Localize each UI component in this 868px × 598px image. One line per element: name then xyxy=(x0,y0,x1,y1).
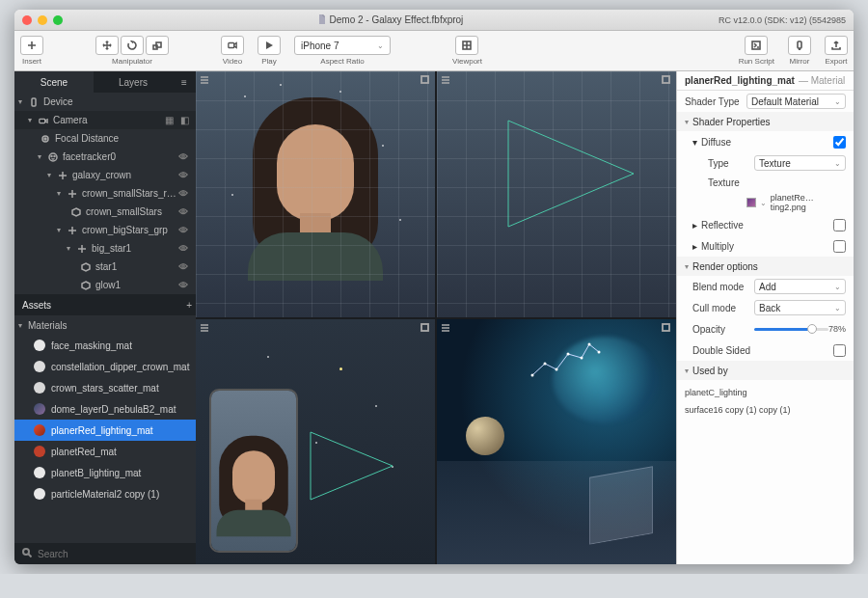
export-button[interactable] xyxy=(825,36,848,55)
close-window-icon[interactable] xyxy=(22,15,32,25)
chevron-down-icon: ⌄ xyxy=(834,283,841,291)
opacity-row: Opacity 78% xyxy=(677,318,854,340)
visibility-icon[interactable] xyxy=(178,171,192,180)
aspect-label: Aspect Ratio xyxy=(320,57,364,66)
visibility-icon[interactable] xyxy=(178,281,192,290)
add-asset-icon[interactable]: + xyxy=(186,300,192,311)
svg-marker-27 xyxy=(311,432,393,500)
material-item[interactable]: particleMaterial2 copy (1) xyxy=(14,483,196,504)
opacity-slider[interactable] xyxy=(754,328,828,331)
camera-toggle-2-icon[interactable]: ◧ xyxy=(176,115,192,125)
material-item[interactable]: planetB_lighting_mat xyxy=(14,462,196,483)
zoom-window-icon[interactable] xyxy=(53,15,63,25)
tree-focal-distance[interactable]: Focal Distance xyxy=(14,129,196,148)
tree-big-star1[interactable]: ▾ big_star1 xyxy=(14,239,196,258)
viewport-menu-icon[interactable] xyxy=(441,323,450,335)
diffuse-checkbox[interactable] xyxy=(833,136,846,149)
device-icon xyxy=(28,96,40,108)
shader-type-value: Default Material xyxy=(751,96,819,107)
viewport-menu-icon[interactable] xyxy=(441,75,450,87)
material-item[interactable]: crown_stars_scatter_mat xyxy=(14,377,196,398)
manipulator-scale-button[interactable] xyxy=(146,36,169,55)
used-by-item[interactable]: surface16 copy (1) copy (1) xyxy=(685,401,846,419)
texture-value: planetRe…ting2.png xyxy=(771,193,846,212)
materials-header[interactable]: ▾ Materials xyxy=(14,315,196,335)
tree-glow1[interactable]: glow1 xyxy=(14,276,196,294)
video-label: Video xyxy=(223,57,242,66)
play-button[interactable] xyxy=(258,36,281,55)
texture-value-row[interactable]: ⌄ planetRe…ting2.png xyxy=(677,191,854,214)
visibility-icon[interactable] xyxy=(178,262,192,272)
blend-select[interactable]: Add⌄ xyxy=(754,279,846,294)
search-input[interactable] xyxy=(38,549,188,559)
tree-galaxy-crown[interactable]: ▾ galaxy_crown xyxy=(14,166,196,184)
multiply-checkbox[interactable] xyxy=(833,240,846,253)
used-by-section[interactable]: ▾ Used by xyxy=(677,361,854,380)
mirror-button[interactable] xyxy=(788,36,811,55)
tree-star1[interactable]: star1 xyxy=(14,258,196,276)
device-select[interactable]: iPhone 7⌄ xyxy=(294,36,391,55)
insert-button[interactable] xyxy=(20,36,43,55)
visibility-icon[interactable] xyxy=(178,226,192,235)
viewport-bottom-right[interactable] xyxy=(437,319,676,565)
tree-camera-label: Camera xyxy=(53,115,161,125)
maximize-icon[interactable] xyxy=(662,75,670,86)
document-icon xyxy=(318,14,326,26)
double-sided-checkbox[interactable] xyxy=(833,344,846,357)
mesh-icon xyxy=(80,261,92,273)
tree-facetracker[interactable]: ▾ facetracker0 xyxy=(14,148,196,166)
maximize-icon[interactable] xyxy=(662,323,670,334)
viewport-button[interactable] xyxy=(455,36,478,55)
video-button[interactable] xyxy=(221,36,244,55)
visibility-icon[interactable] xyxy=(178,244,192,254)
type-select[interactable]: Texture⌄ xyxy=(754,155,846,171)
visibility-icon[interactable] xyxy=(178,207,192,217)
null-icon xyxy=(67,188,78,200)
cull-select[interactable]: Back⌄ xyxy=(754,300,846,315)
run-script-button[interactable] xyxy=(745,36,768,55)
shader-type-select[interactable]: Default Material⌄ xyxy=(746,94,846,109)
manipulator-rotate-button[interactable] xyxy=(121,36,144,55)
camera-toggle-1-icon[interactable]: ▦ xyxy=(161,115,176,125)
svg-rect-28 xyxy=(663,324,669,331)
main-area: Scene Layers ≡ ▾ Device ▾ Camera ▦◧ xyxy=(14,71,854,564)
reflective-checkbox[interactable] xyxy=(833,219,846,231)
tab-layers[interactable]: Layers xyxy=(94,71,173,93)
material-swatch-icon xyxy=(34,446,45,457)
tree-crown-small-rotate[interactable]: ▾ crown_smallStars_rotate xyxy=(14,184,196,203)
minimize-window-icon[interactable] xyxy=(38,15,47,25)
viewport-top-right[interactable] xyxy=(437,71,676,317)
tree-device[interactable]: ▾ Device xyxy=(14,93,196,111)
app-window: Demo 2 - Galaxy Effect.fbfxproj RC v12.0… xyxy=(14,10,854,564)
viewport-menu-icon[interactable] xyxy=(200,75,209,87)
visibility-icon[interactable] xyxy=(178,152,192,162)
mesh-icon xyxy=(70,206,82,218)
tree-galaxy-crown-label: galaxy_crown xyxy=(72,170,178,180)
chevron-down-icon: ▾ xyxy=(685,118,689,126)
double-sided-row: Double Sided xyxy=(677,340,854,361)
shader-properties-section[interactable]: ▾ Shader Properties xyxy=(677,112,854,131)
manipulator-move-button[interactable] xyxy=(95,36,119,55)
material-item[interactable]: constellation_dipper_crown_mat xyxy=(14,356,196,377)
material-item[interactable]: planetRed_mat xyxy=(14,441,196,462)
material-item[interactable]: face_masking_mat xyxy=(14,335,196,356)
left-panel-menu-icon[interactable]: ≡ xyxy=(173,71,196,93)
visibility-icon[interactable] xyxy=(178,189,192,199)
tree-big-star1-label: big_star1 xyxy=(92,243,178,254)
used-by-item[interactable]: planetC_lighting xyxy=(685,384,846,401)
maximize-icon[interactable] xyxy=(420,75,429,86)
material-item[interactable]: dome_layerD_nebulaB2_mat xyxy=(14,398,196,420)
tree-crown-big-grp[interactable]: ▾ crown_bigStars_grp xyxy=(14,221,196,239)
material-swatch-icon xyxy=(34,340,45,351)
svg-point-32 xyxy=(567,352,570,355)
tab-scene[interactable]: Scene xyxy=(14,71,94,93)
viewport-top-left[interactable] xyxy=(196,71,435,317)
render-options-section[interactable]: ▾ Render options xyxy=(677,257,854,276)
assets-header[interactable]: Assets + xyxy=(14,294,196,315)
tree-camera[interactable]: ▾ Camera ▦◧ xyxy=(14,111,196,129)
reflective-row: ▸ Reflective xyxy=(677,214,854,235)
window-controls xyxy=(22,15,63,25)
viewport-bottom-left[interactable] xyxy=(196,319,435,565)
material-item[interactable]: planerRed_lighting_mat xyxy=(14,420,196,441)
tree-crown-small[interactable]: crown_smallStars xyxy=(14,203,196,221)
